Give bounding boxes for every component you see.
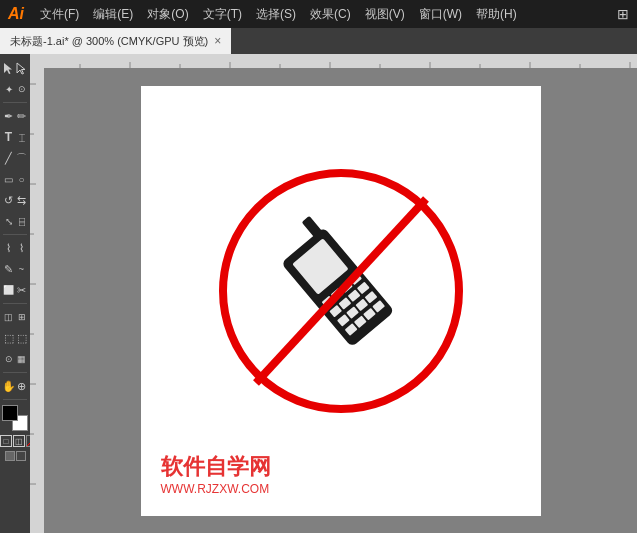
blend-tools: ⊙ ▦ xyxy=(2,349,28,369)
scale-tools: ⤡ ⌸ xyxy=(2,211,28,231)
watermark: 软件自学网 WWW.RJZXW.COM xyxy=(161,452,271,496)
ai-logo: Ai xyxy=(8,5,24,23)
ellipse-tool[interactable]: ○ xyxy=(15,169,28,189)
shape-tools: ▭ ○ xyxy=(2,169,28,189)
no-phone-sign xyxy=(201,161,481,441)
title-bar: Ai 文件(F) 编辑(E) 对象(O) 文字(T) 选择(S) 效果(C) 视… xyxy=(0,0,637,28)
blend-tool[interactable]: ⊙ xyxy=(2,349,15,369)
arc-tool[interactable]: ⌒ xyxy=(15,148,28,168)
mesh-tool[interactable]: ⊞ xyxy=(15,307,28,327)
tool-divider-1 xyxy=(3,102,27,103)
pen-tool[interactable]: ✒ xyxy=(2,106,15,126)
transform-tools: ↺ ⇆ xyxy=(2,190,28,210)
menu-type[interactable]: 文字(T) xyxy=(197,4,248,25)
horizontal-ruler xyxy=(30,54,637,68)
svg-rect-27 xyxy=(280,227,394,347)
stroke-mode-button[interactable]: ◫ xyxy=(13,435,25,447)
reflect-tool[interactable]: ⇆ xyxy=(15,190,28,210)
foreground-color-swatch[interactable] xyxy=(2,405,18,421)
menu-file[interactable]: 文件(F) xyxy=(34,4,85,25)
eyedropper-tool[interactable]: ⬚ xyxy=(2,328,15,348)
tool-divider-2 xyxy=(3,234,27,235)
watermark-line2: WWW.RJZXW.COM xyxy=(161,482,271,496)
eraser-tools: ⬜ ✂ xyxy=(2,280,28,300)
normal-mode-button[interactable] xyxy=(5,451,15,461)
hand-tool[interactable]: ✋ xyxy=(2,376,15,396)
tab-bar: 未标题-1.ai* @ 300% (CMYK/GPU 预览) × xyxy=(0,28,637,54)
tab-title: 未标题-1.ai* @ 300% (CMYK/GPU 预览) xyxy=(10,34,208,49)
svg-rect-2 xyxy=(30,54,637,68)
blob-brush-tool[interactable]: ⌇ xyxy=(15,238,28,258)
fill-tools: ◫ ⊞ xyxy=(2,307,28,327)
menu-bar: 文件(F) 编辑(E) 对象(O) 文字(T) 选择(S) 效果(C) 视图(V… xyxy=(34,4,629,25)
watermark-line1: 软件自学网 xyxy=(161,452,271,482)
pencil-tool[interactable]: ✎ xyxy=(2,259,15,279)
canvas-area[interactable]: 软件自学网 WWW.RJZXW.COM xyxy=(30,54,637,533)
direct-select-tool[interactable] xyxy=(15,58,28,78)
full-mode-button[interactable] xyxy=(16,451,26,461)
fill-mode-button[interactable]: □ xyxy=(0,435,12,447)
screen-mode-buttons xyxy=(5,451,26,461)
rect-tool[interactable]: ▭ xyxy=(2,169,15,189)
tool-divider-5 xyxy=(3,399,27,400)
eraser-tool[interactable]: ⬜ xyxy=(2,280,15,300)
main-area: ✦ ⊙ ✒ ✏ T ⌶ ╱ ⌒ ▭ ○ ↺ ⇆ ⤡ ⌸ xyxy=(0,54,637,533)
select-tools xyxy=(2,58,28,78)
active-tab[interactable]: 未标题-1.ai* @ 300% (CMYK/GPU 预览) × xyxy=(0,28,231,54)
tool-divider-3 xyxy=(3,303,27,304)
svg-rect-16 xyxy=(30,54,44,533)
shear-tool[interactable]: ⌸ xyxy=(15,211,28,231)
menu-select[interactable]: 选择(S) xyxy=(250,4,302,25)
svg-marker-0 xyxy=(4,63,12,74)
magic-wand-tool[interactable]: ✦ xyxy=(2,79,15,99)
nav-tools: ✋ ⊕ xyxy=(2,376,28,396)
svg-marker-1 xyxy=(17,63,25,74)
vertical-ruler xyxy=(30,54,44,533)
scale-tool[interactable]: ⤡ xyxy=(2,211,15,231)
type-tools: T ⌶ xyxy=(2,127,28,147)
color-controls xyxy=(2,405,28,431)
menu-effect[interactable]: 效果(C) xyxy=(304,4,357,25)
scissors-tool[interactable]: ✂ xyxy=(15,280,28,300)
gradient-tool[interactable]: ◫ xyxy=(2,307,15,327)
zoom-tool[interactable]: ⊕ xyxy=(15,376,28,396)
brush-tools: ⌇ ⌇ xyxy=(2,238,28,258)
lasso-tool[interactable]: ⊙ xyxy=(15,79,28,99)
select-tool[interactable] xyxy=(2,58,15,78)
artboard: 软件自学网 WWW.RJZXW.COM xyxy=(141,86,541,516)
menu-edit[interactable]: 编辑(E) xyxy=(87,4,139,25)
tool-divider-4 xyxy=(3,372,27,373)
line-tool[interactable]: ╱ xyxy=(2,148,15,168)
menu-view[interactable]: 视图(V) xyxy=(359,4,411,25)
line-tools: ╱ ⌒ xyxy=(2,148,28,168)
menu-object[interactable]: 对象(O) xyxy=(141,4,194,25)
svg-line-47 xyxy=(256,199,426,383)
paint-tools: ⬚ ⬚ xyxy=(2,328,28,348)
tab-close-button[interactable]: × xyxy=(214,34,221,48)
type-tool[interactable]: T xyxy=(2,127,15,147)
menu-window[interactable]: 窗口(W) xyxy=(413,4,468,25)
color-mode-buttons: □ ◫ xyxy=(0,435,30,447)
paintbrush-tool[interactable]: ⌇ xyxy=(2,238,15,258)
rotate-tool[interactable]: ↺ xyxy=(2,190,15,210)
pen-tools: ✒ ✏ xyxy=(2,106,28,126)
pencil-tools: ✎ ~ xyxy=(2,259,28,279)
left-toolbar: ✦ ⊙ ✒ ✏ T ⌶ ╱ ⌒ ▭ ○ ↺ ⇆ ⤡ ⌸ xyxy=(0,54,30,533)
paint-bucket-tool[interactable]: ⬚ xyxy=(15,328,28,348)
menu-help[interactable]: 帮助(H) xyxy=(470,4,523,25)
add-anchor-tool[interactable]: ✏ xyxy=(15,106,28,126)
layout-button[interactable]: ⊞ xyxy=(617,6,629,22)
lasso-tools: ✦ ⊙ xyxy=(2,79,28,99)
chart-tool[interactable]: ▦ xyxy=(15,349,28,369)
smooth-tool[interactable]: ~ xyxy=(15,259,28,279)
area-type-tool[interactable]: ⌶ xyxy=(15,127,28,147)
